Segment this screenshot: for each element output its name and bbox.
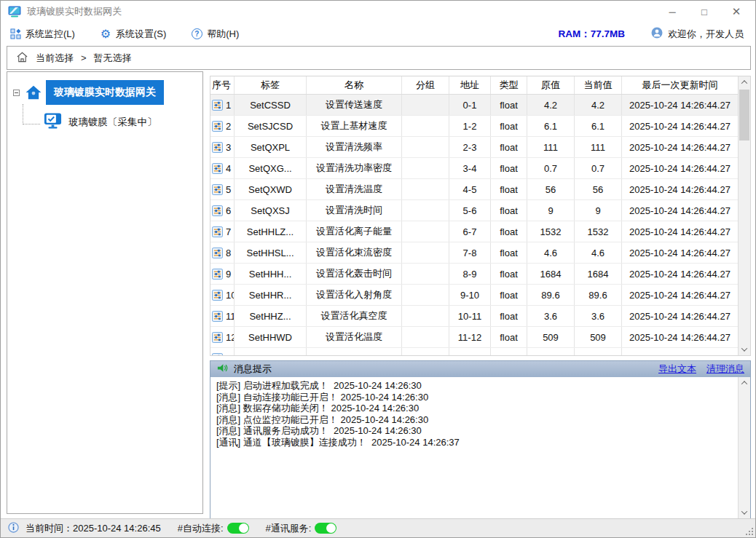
message-panel-header: 消息提示 导出文本 清理消息	[210, 361, 750, 377]
menu-system-monitor[interactable]: 系统监控(L)	[9, 28, 75, 41]
table-cell: SetHHZ...	[235, 306, 307, 326]
table-cell: 9	[575, 200, 622, 221]
ram-usage: RAM：77.7MB	[558, 28, 625, 41]
table-row[interactable]: 11SetHHZ...设置活化真空度10-11float3.63.62025-1…	[210, 306, 738, 327]
info-icon	[8, 522, 19, 535]
table-cell: 设置清洗时间	[307, 200, 402, 221]
table-cell: float	[491, 179, 527, 199]
column-header[interactable]: 序号	[210, 76, 235, 94]
table-row[interactable]: 1SetCSSD设置传送速度0-1float4.24.22025-10-24 1…	[210, 95, 738, 116]
table-cell: 3.6	[575, 306, 622, 326]
table-cell: 11	[210, 306, 235, 326]
table-cell: 2025-10-24 14:26:44.27	[622, 200, 738, 221]
column-header[interactable]: 地址	[449, 76, 491, 94]
auto-connect-toggle[interactable]	[227, 523, 249, 534]
table-cell: 2025-10-24 14:26:44.27	[622, 306, 738, 326]
table-cell: 1-2	[449, 116, 491, 136]
column-header[interactable]: 当前值	[575, 76, 622, 94]
table-cell: 1532	[527, 221, 575, 242]
column-header[interactable]: 分组	[402, 76, 449, 94]
table-cell: SetHHH...	[235, 264, 307, 284]
table-scrollbar[interactable]	[738, 76, 750, 355]
table-cell: 56	[575, 179, 622, 199]
menu-help[interactable]: ? 帮助(H)	[191, 28, 239, 41]
minimize-icon[interactable]: ─	[656, 1, 688, 23]
point-data-table: 序号 标签 名称 分组 地址 类型 原值 当前值 最后一次更新时间 1SetCS…	[210, 76, 751, 356]
tree-child-node[interactable]: 玻璃镀膜〔采集中〕	[44, 113, 157, 131]
table-cell: float	[491, 306, 527, 326]
column-header[interactable]: 类型	[491, 76, 527, 94]
column-header[interactable]: 最后一次更新时间	[622, 76, 738, 94]
sliders-icon	[212, 163, 223, 174]
close-icon[interactable]: ✕	[720, 1, 752, 23]
table-cell: 设置活化离子能量	[307, 221, 402, 242]
table-cell	[210, 348, 235, 355]
table-row[interactable]: 4SetQXG...设置清洗功率密度3-4float0.70.72025-10-…	[210, 158, 738, 179]
table-row[interactable]: 3SetQXPL设置清洗频率2-3float1111112025-10-24 1…	[210, 137, 738, 158]
table-cell: 6-7	[449, 221, 491, 242]
table-cell: 4.6	[527, 242, 575, 263]
title-bar: 玻璃镀膜实时数据网关 ─ □ ✕	[1, 1, 755, 23]
column-header[interactable]: 名称	[307, 76, 402, 94]
table-cell: 3.6	[527, 306, 575, 326]
comm-service-toggle[interactable]	[315, 523, 336, 534]
maximize-icon[interactable]: □	[688, 1, 720, 23]
table-row[interactable]: 8SetHHSL...设置活化束流密度7-8float4.64.62025-10…	[210, 242, 738, 264]
table-cell: 2025-10-24 14:26:44.27	[622, 137, 738, 157]
column-header[interactable]: 标签	[235, 76, 307, 94]
tree-root-label[interactable]: 玻璃镀膜实时数据网关	[46, 80, 164, 105]
export-text-link[interactable]: 导出文本	[658, 363, 696, 376]
table-row[interactable]: 9SetHHH...设置活化轰击时间8-9float168416842025-1…	[210, 264, 738, 285]
message-scrollbar[interactable]	[738, 377, 750, 518]
table-row[interactable]	[210, 348, 738, 355]
scrollbar-track[interactable]	[739, 389, 750, 507]
table-row[interactable]: 12SetHHWD设置活化温度11-12float5095092025-10-2…	[210, 327, 738, 348]
table-cell: 111	[527, 137, 575, 157]
table-cell: SetHHSL...	[235, 242, 307, 263]
table-cell	[491, 348, 527, 355]
sliders-icon	[212, 353, 223, 355]
sliders-icon	[212, 100, 223, 111]
scrollbar-track[interactable]	[739, 88, 750, 344]
collapse-icon[interactable]	[13, 90, 20, 96]
resize-grip[interactable]	[746, 528, 753, 535]
clear-messages-link[interactable]: 清理消息	[706, 363, 744, 376]
table-row[interactable]: 7SetHHLZ...设置活化离子能量6-7float153215322025-…	[210, 221, 738, 242]
table-cell: 10-11	[449, 306, 491, 326]
table-row[interactable]: 2SetSJCSD设置上基材速度1-2float6.16.12025-10-24…	[210, 116, 738, 137]
scroll-up-icon[interactable]	[739, 377, 750, 389]
table-cell: SetHHWD	[235, 327, 307, 347]
breadcrumb-label: 当前选择	[36, 52, 74, 65]
menu-system-settings[interactable]: ⚙ 系统设置(S)	[100, 28, 166, 41]
table-cell: SetQXPL	[235, 137, 307, 157]
tree-child-label[interactable]: 玻璃镀膜〔采集中〕	[68, 116, 157, 129]
table-cell: 2025-10-24 14:26:44.27	[622, 179, 738, 199]
table-cell: 7	[210, 221, 235, 242]
message-line: [消息] 通讯服务启动成功！ 2025-10-24 14:26:30	[216, 425, 732, 437]
table-cell: 2025-10-24 14:26:44.27	[622, 242, 738, 263]
home-icon[interactable]	[16, 51, 28, 66]
sliders-icon	[212, 248, 223, 258]
table-cell: 设置活化轰击时间	[307, 264, 402, 284]
scrollbar-thumb[interactable]	[739, 90, 749, 141]
table-cell: 4.2	[527, 95, 575, 115]
table-row[interactable]: 6SetQXSJ设置清洗时间5-6float992025-10-24 14:26…	[210, 200, 738, 221]
table-cell: 5	[210, 179, 235, 199]
help-icon: ?	[191, 28, 202, 40]
table-cell: 89.6	[575, 285, 622, 305]
table-cell: 509	[575, 327, 622, 347]
breadcrumb-separator: >	[81, 52, 87, 63]
breadcrumb-value: 暂无选择	[94, 52, 132, 65]
table-row[interactable]: 5SetQXWD设置清洗温度4-5float56562025-10-24 14:…	[210, 179, 738, 200]
table-cell	[402, 242, 449, 263]
message-line: [提示] 启动进程加载完成！ 2025-10-24 14:26:30	[216, 380, 732, 392]
scroll-down-icon[interactable]	[739, 344, 750, 355]
column-header[interactable]: 原值	[527, 76, 575, 94]
table-cell: 6	[210, 200, 235, 221]
table-row[interactable]: 10SetHHR...设置活化入射角度9-10float89.689.62025…	[210, 285, 738, 306]
scroll-up-icon[interactable]	[739, 76, 750, 88]
table-cell	[575, 348, 622, 355]
tree-root-node[interactable]: 玻璃镀膜实时数据网关	[13, 80, 164, 105]
table-cell: 设置清洗温度	[307, 179, 402, 199]
scroll-down-icon[interactable]	[739, 507, 750, 518]
